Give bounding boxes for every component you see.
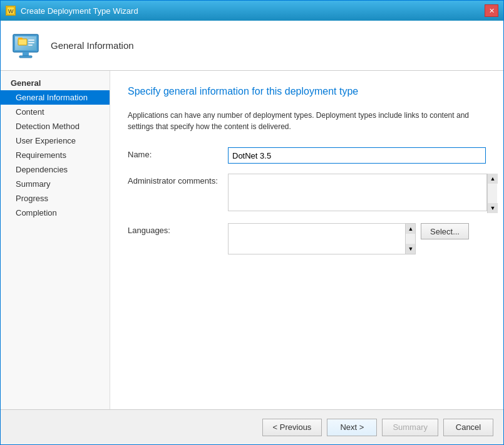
name-input[interactable] [228,147,486,164]
sidebar-item-detection-method[interactable]: Detection Method [1,119,110,134]
admin-comments-input[interactable] [228,174,487,211]
sidebar-item-requirements[interactable]: Requirements [1,148,110,162]
languages-label: Languages: [128,223,228,235]
sidebar-item-content[interactable]: Content [1,105,110,119]
wizard-footer: < Previous Next > Summary Cancel [1,409,503,444]
cancel-button[interactable]: Cancel [443,419,493,436]
lang-scroll-up[interactable]: ▲ [406,224,416,234]
sidebar-item-dependencies[interactable]: Dependencies [1,162,110,177]
wizard-header-icon [11,31,41,61]
scroll-up-arrow[interactable]: ▲ [488,174,498,184]
title-bar-icon: W [6,6,16,16]
svg-rect-7 [18,39,27,45]
svg-rect-11 [28,45,33,46]
languages-scrollbar: ▲ ▼ [405,224,415,254]
languages-row: Languages: ▲ ▼ Select... [128,223,486,254]
page-title: Specify general information for this dep… [128,86,486,97]
sidebar-item-progress[interactable]: Progress [1,191,110,206]
admin-comments-scrollbar: ▲ ▼ [487,174,497,213]
sidebar: General General Information Content Dete… [1,71,110,409]
name-row: Name: [128,147,486,164]
svg-rect-10 [28,42,34,43]
admin-comments-row: Administrator comments: ▲ ▼ [128,174,486,213]
scroll-down-arrow[interactable]: ▼ [488,203,498,213]
svg-rect-5 [23,52,29,56]
summary-button[interactable]: Summary [382,419,438,436]
svg-text:W: W [8,8,14,14]
content-area: General General Information Content Dete… [1,71,503,409]
svg-rect-6 [19,56,32,58]
sidebar-item-general-information[interactable]: General Information [1,90,110,105]
title-bar-text: Create Deployment Type Wizard [21,6,138,16]
info-text: Applications can have any number of depl… [128,110,478,132]
title-bar: W Create Deployment Type Wizard ✕ [1,1,503,21]
name-label: Name: [128,147,228,159]
previous-button[interactable]: < Previous [262,419,322,436]
svg-rect-9 [28,39,34,41]
wizard-header: General Information [1,21,503,71]
lang-scroll-down[interactable]: ▼ [406,244,416,254]
next-button[interactable]: Next > [327,419,377,436]
sidebar-item-completion[interactable]: Completion [1,206,110,220]
wizard-header-title: General Information [51,40,134,51]
select-languages-button[interactable]: Select... [421,223,469,239]
admin-comments-label: Administrator comments: [128,174,228,186]
wizard-window: W Create Deployment Type Wizard ✕ [0,0,504,445]
main-content: Specify general information for this dep… [110,71,503,409]
sidebar-item-summary[interactable]: Summary [1,177,110,191]
close-button[interactable]: ✕ [485,4,498,17]
sidebar-section-general: General [1,76,110,90]
svg-rect-8 [18,38,23,39]
sidebar-item-user-experience[interactable]: User Experience [1,134,110,148]
languages-box[interactable]: ▲ ▼ [228,223,416,254]
